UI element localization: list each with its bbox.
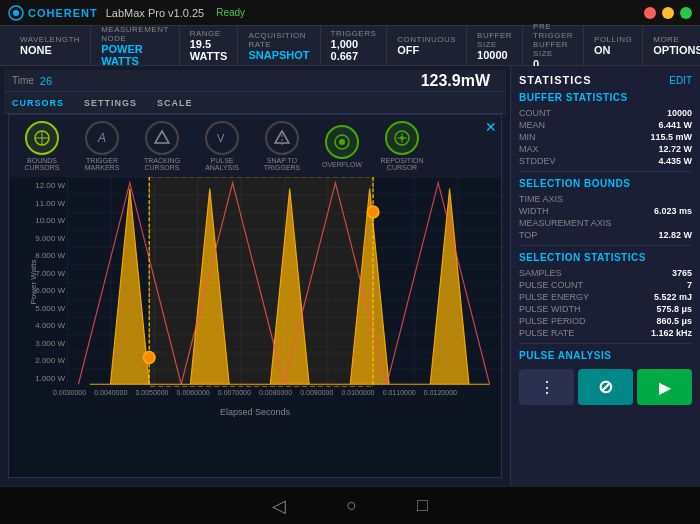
divider-2 xyxy=(519,245,692,246)
buffer-size-group: BUFFER SIZE 10000 xyxy=(467,26,523,65)
acq-rate-label: ACQUISITION RATE xyxy=(248,31,309,49)
more-options-group[interactable]: MORE OPTIONS xyxy=(643,26,700,65)
stat-samples-value: 3765 xyxy=(672,268,692,278)
y-label-12: 12.00 W xyxy=(35,181,65,190)
close-btn[interactable] xyxy=(644,7,656,19)
snap-triggers-group: SNAP TO TRIGGERS xyxy=(257,121,307,171)
x-label-5: 0.0070000 xyxy=(218,389,251,407)
stat-row-count: COUNT 10000 xyxy=(519,107,692,119)
settings-tool[interactable]: SETTINGS xyxy=(84,98,137,108)
stat-row-pulse-width: PULSE WIDTH 575.8 μs xyxy=(519,303,692,315)
x-label-4: 0.0060000 xyxy=(177,389,210,407)
trigger-markers-group: A TRIGGER MARKERS xyxy=(77,121,127,171)
pulse-analysis-group: V PULSE ANALYSIS xyxy=(197,121,247,171)
action-buttons: ⋮ ⊘ ▶ xyxy=(519,369,692,405)
divider-1 xyxy=(519,171,692,172)
chart-icons-row: BOUNDS CURSORS A TRIGGER MARKERS xyxy=(9,115,501,177)
overflow-group: OVERFLOW xyxy=(317,125,367,168)
y-label-2: 2.000 W xyxy=(35,356,65,365)
overflow-button[interactable] xyxy=(325,125,359,159)
stat-row-stddev: STDDEV 4.435 W xyxy=(519,155,692,167)
svg-point-15 xyxy=(400,136,404,140)
stat-row-width: WIDTH 6.023 ms xyxy=(519,205,692,217)
stat-count-value: 10000 xyxy=(667,108,692,118)
stat-mean-value: 6.441 W xyxy=(658,120,692,130)
stat-row-max: MAX 12.72 W xyxy=(519,143,692,155)
x-axis-title: Elapsed Seconds xyxy=(9,407,501,419)
y-label-6: 6.000 W xyxy=(35,286,65,295)
menu-button[interactable]: ⋮ xyxy=(519,369,574,405)
measurement-bar: WAVELENGTH NONE MEASUREMENT NODE POWER W… xyxy=(0,26,700,66)
home-button[interactable]: ○ xyxy=(346,495,357,516)
y-label-11: 11.00 W xyxy=(35,199,65,208)
more-options-value: OPTIONS xyxy=(653,44,700,56)
reposition-cursor-group: REPOSITION CURSOR xyxy=(377,121,427,171)
selection-bounds-header: SELECTION BOUNDS xyxy=(519,178,692,189)
overflow-icon xyxy=(333,133,351,151)
recent-button[interactable]: □ xyxy=(417,495,428,516)
zero-button[interactable]: ⊘ xyxy=(578,369,633,405)
window-controls xyxy=(644,7,692,19)
svg-point-26 xyxy=(367,206,378,218)
maximize-btn[interactable] xyxy=(680,7,692,19)
stat-mean-label: MEAN xyxy=(519,120,545,130)
scale-tool[interactable]: SCALE xyxy=(157,98,193,108)
status-badge: Ready xyxy=(216,7,245,18)
brand-text: COHERENT xyxy=(28,7,98,19)
stat-pulse-count-value: 7 xyxy=(687,280,692,290)
stat-row-top: TOP 12.82 W xyxy=(519,229,692,241)
time-indicator: Time 26 123.9mW xyxy=(4,70,506,92)
trigger-markers-button[interactable]: A xyxy=(85,121,119,155)
chart-area: Time 26 123.9mW CURSORS SETTINGS SCALE ✕ xyxy=(0,66,510,486)
edit-button[interactable]: EDIT xyxy=(669,75,692,86)
snap-triggers-button[interactable] xyxy=(265,121,299,155)
svg-text:V: V xyxy=(217,132,225,144)
brand-logo: COHERENT xyxy=(8,5,98,21)
stat-row-pulse-rate: PULSE RATE 1.162 kHz xyxy=(519,327,692,339)
snap-triggers-label: SNAP TO TRIGGERS xyxy=(257,157,307,171)
polling-value: ON xyxy=(594,44,632,56)
minimize-btn[interactable] xyxy=(662,7,674,19)
reposition-cursor-button[interactable] xyxy=(385,121,419,155)
play-button[interactable]: ▶ xyxy=(637,369,692,405)
stat-row-pulse-count: PULSE COUNT 7 xyxy=(519,279,692,291)
chart-close-button[interactable]: ✕ xyxy=(485,119,497,135)
x-label-3: 0.0050000 xyxy=(135,389,168,407)
stat-row-timeaxis: TIME AXIS xyxy=(519,193,692,205)
x-label-2: 0.0040000 xyxy=(94,389,127,407)
chart-plot[interactable] xyxy=(67,177,501,387)
menu-icon: ⋮ xyxy=(539,378,555,397)
y-label-7: 7.000 W xyxy=(35,269,65,278)
pulse-analysis-icon: V xyxy=(213,129,231,147)
bounds-cursors-icon xyxy=(33,129,51,147)
y-label-8: 8.000 W xyxy=(35,251,65,260)
stats-title: STATISTICS xyxy=(519,74,592,86)
snap-triggers-icon xyxy=(273,129,291,147)
stat-row-samples: SAMPLES 3765 xyxy=(519,267,692,279)
pulse-analysis-button[interactable]: V xyxy=(205,121,239,155)
waveform-svg xyxy=(67,177,501,387)
back-button[interactable]: ◁ xyxy=(272,495,286,517)
stat-width-label: WIDTH xyxy=(519,206,549,216)
svg-point-1 xyxy=(13,10,19,16)
tracking-cursors-button[interactable] xyxy=(145,121,179,155)
stats-panel-header: STATISTICS EDIT xyxy=(519,74,692,86)
reposition-cursor-icon xyxy=(393,129,411,147)
continuous-value: OFF xyxy=(397,44,456,56)
time-value: 26 xyxy=(40,75,52,87)
trigger-markers-label: TRIGGER MARKERS xyxy=(77,157,127,171)
main-content: Time 26 123.9mW CURSORS SETTINGS SCALE ✕ xyxy=(0,66,700,486)
stat-row-measaxis: MEASUREMENT AXIS xyxy=(519,217,692,229)
wavelength-value: NONE xyxy=(20,44,80,56)
polling-group: POLLING ON xyxy=(584,26,643,65)
stat-pulse-energy-label: PULSE ENERGY xyxy=(519,292,589,302)
cursors-tool[interactable]: CURSORS xyxy=(12,98,64,108)
bounds-cursors-button[interactable] xyxy=(25,121,59,155)
x-label-1: 0.0030000 xyxy=(53,389,86,407)
stat-stddev-value: 4.435 W xyxy=(658,156,692,166)
y-axis-title: Power Watts xyxy=(29,259,38,304)
x-label-8: 0.0100000 xyxy=(341,389,374,407)
wavelength-label: WAVELENGTH xyxy=(20,35,80,44)
x-label-6: 0.0080000 xyxy=(259,389,292,407)
pretrigger-label: PRE TRIGGER BUFFER SIZE xyxy=(533,22,573,58)
